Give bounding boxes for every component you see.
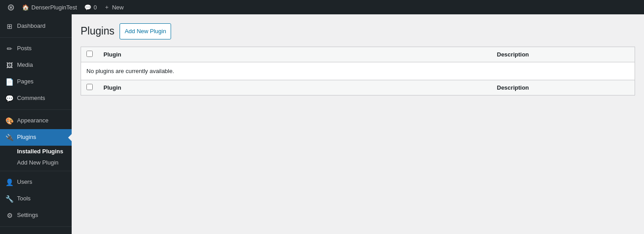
dashboard-icon: ⊞ (5, 22, 13, 31)
header-description-label: Description (497, 51, 529, 58)
pages-icon: 📄 (5, 77, 13, 87)
no-plugins-message: No plugins are currently available. (81, 62, 635, 80)
main-layout: ⊞ Dashboard ✏ Posts 🖼 Media 📄 Pages 💬 Co… (0, 14, 644, 234)
adminbar-new[interactable]: ＋ New (100, 0, 127, 14)
sidebar-item-plugins[interactable]: 🔌 Plugins (0, 129, 72, 146)
comments-count: 0 (94, 4, 97, 11)
sidebar-item-posts[interactable]: ✏ Posts (0, 40, 72, 57)
sidebar-item-label: Settings (17, 211, 38, 219)
table-footer-row: Plugin Description (81, 80, 635, 95)
page-title: Plugins (81, 25, 114, 38)
footer-checkbox-col (81, 80, 99, 95)
add-new-plugin-sidebar-label: Add New Plugin (17, 159, 59, 166)
select-all-checkbox[interactable] (86, 51, 93, 57)
menu-sep-1 (0, 37, 72, 38)
tools-icon: 🔧 (5, 194, 13, 204)
adminbar-site-name[interactable]: 🏠 DenserPluginTest (18, 0, 81, 14)
sidebar-item-dashboard[interactable]: ⊞ Dashboard (0, 18, 72, 35)
sidebar-item-label: Appearance (17, 117, 48, 125)
media-icon: 🖼 (5, 61, 13, 70)
footer-description-label: Description (497, 84, 529, 91)
sidebar-item-label: Comments (17, 94, 45, 102)
plugins-icon: 🔌 (5, 133, 13, 142)
plugins-table: Plugin Description No plugins are curren… (81, 47, 635, 95)
installed-plugins-label: Installed Plugins (17, 148, 63, 155)
sidebar-item-pages[interactable]: 📄 Pages (0, 74, 72, 90)
select-all-footer-checkbox[interactable] (86, 84, 93, 90)
admin-bar: ⊛ 🏠 DenserPluginTest 💬 0 ＋ New (0, 0, 644, 14)
sidebar-item-tools[interactable]: 🔧 Tools (0, 191, 72, 207)
sidebar-item-label: Users (17, 178, 32, 186)
admin-menu: ⊞ Dashboard ✏ Posts 🖼 Media 📄 Pages 💬 Co… (0, 14, 72, 234)
sidebar-item-label: Plugins (17, 133, 36, 141)
sidebar-item-appearance[interactable]: 🎨 Appearance (0, 113, 72, 129)
sidebar-item-comments[interactable]: 💬 Comments (0, 90, 72, 107)
posts-icon: ✏ (5, 44, 13, 53)
new-label: New (112, 4, 124, 11)
sidebar-item-media[interactable]: 🖼 Media (0, 57, 72, 74)
settings-icon: ⚙ (5, 211, 13, 220)
sidebar-item-users[interactable]: 👤 Users (0, 174, 72, 191)
footer-plugin-label: Plugin (103, 84, 121, 91)
sidebar-item-label: Pages (17, 78, 34, 86)
wp-logo-icon: ⊛ (7, 2, 15, 13)
header-description-col: Description (492, 47, 635, 62)
footer-plugin-col: Plugin (98, 80, 492, 95)
appearance-icon: 🎨 (5, 116, 13, 126)
site-name-label: DenserPluginTest (31, 4, 77, 11)
users-icon: 👤 (5, 178, 13, 187)
menu-sep-3 (0, 171, 72, 171)
no-plugins-row: No plugins are currently available. (81, 62, 635, 80)
menu-sep-2 (0, 109, 72, 110)
header-plugin-col: Plugin (98, 47, 492, 62)
add-new-plugin-button[interactable]: Add New Plugin (120, 23, 171, 39)
comments-icon: 💬 (84, 4, 91, 11)
main-content: Plugins Add New Plugin Plugin Descriptio… (72, 14, 644, 234)
submenu-add-new-plugin[interactable]: Add New Plugin (0, 157, 72, 168)
sidebar-item-label: Posts (17, 44, 32, 52)
header-plugin-label: Plugin (103, 51, 121, 58)
table-header-row: Plugin Description (81, 47, 635, 62)
adminbar-wp-logo[interactable]: ⊛ (4, 0, 18, 14)
page-header: Plugins Add New Plugin (81, 23, 635, 39)
submenu-installed-plugins[interactable]: Installed Plugins (0, 146, 72, 157)
adminbar-comments[interactable]: 💬 0 (81, 0, 100, 14)
menu-sep-4 (0, 226, 72, 227)
plus-icon: ＋ (104, 3, 110, 11)
sidebar-item-settings[interactable]: ⚙ Settings (0, 207, 72, 224)
adminbar-home-icon: 🏠 (22, 4, 29, 11)
sidebar-item-label: Tools (17, 195, 30, 203)
comments-menu-icon: 💬 (5, 94, 13, 103)
sidebar-item-label: Dashboard (17, 22, 46, 30)
sidebar-item-label: Media (17, 61, 33, 69)
collapse-menu-button[interactable]: ◀ Collapse menu (0, 230, 72, 234)
footer-description-col: Description (492, 80, 635, 95)
header-checkbox-col (81, 47, 99, 62)
